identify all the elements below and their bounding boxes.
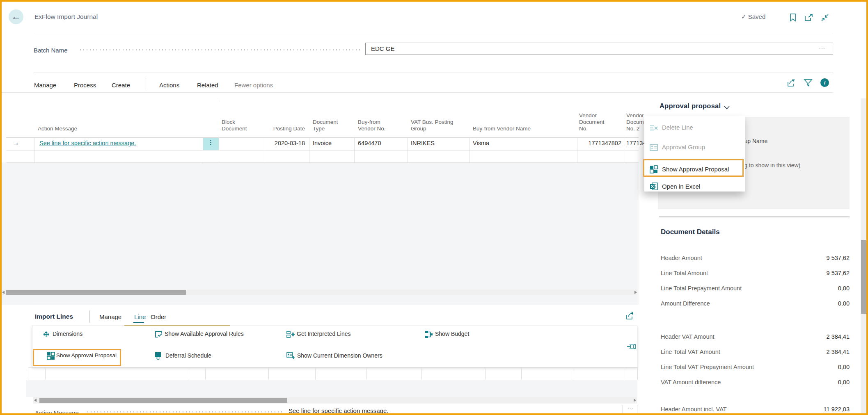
hscrollbar-bottom-thumb[interactable]: [39, 398, 287, 403]
menu-item-show-current-dimension-owners[interactable]: Show Current Dimension Owners: [286, 352, 295, 360]
footer-action-message-value[interactable]: See line for specific action message.: [289, 407, 388, 414]
approval-proposal-menu-header[interactable]: Approval proposal: [660, 102, 721, 110]
batch-name-ellipsis-button[interactable]: ...: [819, 43, 825, 50]
menu-item-show-available-approval-rules[interactable]: Show Available Approval Rules: [155, 331, 163, 338]
col-posting-date[interactable]: Posting Date: [264, 125, 305, 132]
hscrollbar-bottom-right-arrow[interactable]: [634, 399, 636, 402]
back-button[interactable]: ←: [9, 9, 23, 24]
bookmark-button[interactable]: [789, 14, 797, 22]
kebab-menu-icon: ⋮: [203, 139, 219, 146]
batch-name-leader: [79, 49, 361, 50]
import-lines-share-icon: [626, 312, 635, 320]
col-vendor-document-no2[interactable]: Vendor Docum No. 2: [626, 112, 644, 132]
share-button[interactable]: [787, 79, 796, 87]
action-message-link[interactable]: See line for specific action message.: [39, 140, 136, 146]
menu-item-deferral-schedule[interactable]: Deferral Schedule: [155, 352, 163, 360]
col-vendor-document-no[interactable]: Vendor Document No.: [579, 112, 605, 132]
hscrollbar-top-right-arrow[interactable]: [634, 291, 637, 294]
check-icon: ✓: [741, 13, 748, 20]
menu-item-get-interpreted-lines[interactable]: Get Interpreted Lines: [286, 331, 295, 338]
col-block-document[interactable]: Block Document: [222, 119, 247, 132]
tab-manage[interactable]: Manage: [99, 313, 121, 320]
menu-fewer-options[interactable]: Fewer options: [234, 82, 273, 89]
col-document-type[interactable]: Document Type: [313, 119, 338, 132]
batch-name-label: Batch Name: [34, 47, 68, 54]
dd-value-3[interactable]: 0,00: [838, 300, 850, 307]
menu-manage[interactable]: Manage: [34, 82, 56, 89]
footer-leader: [86, 411, 284, 413]
dropdown-item-open-in-excel[interactable]: Open in Excel: [644, 181, 745, 192]
dd-value-8[interactable]: 11 922,03: [824, 406, 850, 413]
dd-value-5[interactable]: 2 384,41: [827, 349, 850, 355]
hscrollbar-bottom-left-arrow[interactable]: [34, 399, 37, 402]
menu-actions[interactable]: Actions: [159, 82, 179, 89]
interpreted-lines-icon: [286, 331, 295, 338]
import-lines-share-button[interactable]: [626, 312, 635, 320]
dd-value-2[interactable]: 0,00: [838, 285, 850, 292]
vscrollbar-thumb[interactable]: [861, 240, 867, 314]
cell-posting-date[interactable]: 2020-03-18: [264, 140, 305, 146]
annotation-box-import-lines: [33, 349, 121, 366]
cell-vendor-document-no[interactable]: 1771347802: [577, 140, 621, 146]
line-tab-highlight: [124, 325, 230, 326]
hscrollbar-top-thumb[interactable]: [6, 290, 186, 295]
dd-value-1[interactable]: 9 537,62: [827, 270, 850, 276]
filter-icon: [804, 79, 813, 87]
menu-item-dimensions[interactable]: Dimensions: [42, 331, 50, 338]
hscrollbar-top[interactable]: [2, 290, 637, 295]
exflow-import-journal-window: ← ExFlow Import Journal ✓ Saved Batch Na…: [0, 0, 868, 415]
document-details-title: Document Details: [661, 228, 720, 236]
menu-item-show-budget[interactable]: Show Budget: [425, 331, 433, 338]
dd-value-0[interactable]: 9 537,62: [827, 255, 850, 261]
tab-order[interactable]: Order: [151, 313, 166, 320]
dropdown-item-approval-group[interactable]: Approval Group: [644, 139, 745, 157]
cell-vat-bus-posting-group[interactable]: INRIKES: [411, 140, 435, 146]
dd-label-0: Header Amount: [661, 255, 702, 261]
cell-vendor-document-no2[interactable]: 17713-: [626, 140, 645, 146]
cell-buy-from-vendor-name[interactable]: Visma: [473, 140, 489, 146]
pin-icon: [627, 343, 636, 350]
dimension-owners-icon: [286, 352, 295, 360]
menu-process[interactable]: Process: [74, 82, 96, 89]
dd-value-7[interactable]: 0,00: [838, 379, 850, 385]
popout-icon: [805, 14, 813, 21]
col-buy-from-vendor-no[interactable]: Buy-from Vendor No.: [358, 119, 386, 132]
import-lines-title: Import Lines: [35, 313, 73, 320]
tab-line[interactable]: Line: [134, 313, 146, 320]
pin-button[interactable]: [627, 343, 636, 350]
dd-label-3: Amount Difference: [661, 300, 710, 307]
popout-button[interactable]: [805, 14, 813, 21]
delete-line-icon: [650, 124, 658, 132]
menu-related[interactable]: Related: [197, 82, 218, 89]
dd-value-4[interactable]: 2 384,41: [827, 333, 850, 340]
vscrollbar[interactable]: [861, 98, 868, 413]
annotation-box-dropdown: [643, 159, 744, 177]
bottom-gray-strip: [26, 380, 637, 397]
dd-value-6[interactable]: 0,00: [838, 364, 850, 370]
page-title: ExFlow Import Journal: [34, 13, 98, 21]
filter-button[interactable]: [804, 79, 813, 87]
excel-icon: [650, 182, 658, 190]
approval-rules-icon: [155, 331, 163, 338]
col-action-message[interactable]: Action Message: [38, 125, 77, 132]
info-button[interactable]: i: [820, 78, 829, 87]
dd-label-6: Line Total VAT Prepayment Amount: [661, 364, 754, 370]
collapse-icon: [821, 14, 829, 22]
footer-ellipsis-button[interactable]: ...: [623, 405, 637, 414]
col-buy-from-vendor-name[interactable]: Buy-from Vendor Name: [473, 125, 531, 132]
menu-create[interactable]: Create: [112, 82, 130, 89]
hscrollbar-bottom[interactable]: [33, 397, 637, 404]
dropdown-item-delete-line[interactable]: Delete Line: [644, 119, 745, 137]
footer-action-message-label: Action Message: [35, 409, 79, 415]
back-arrow-icon: ←: [9, 9, 23, 24]
menubar-divider: [146, 76, 146, 89]
collapse-button[interactable]: [821, 14, 829, 22]
col-vat-bus-posting-group[interactable]: VAT Bus. Posting Group: [411, 119, 453, 132]
cell-buy-from-vendor-no[interactable]: 6494470: [358, 140, 381, 146]
cell-document-type[interactable]: Invoice: [313, 140, 332, 146]
row-menu-cell[interactable]: ⋮: [203, 138, 219, 150]
bookmark-icon: [789, 14, 797, 22]
batch-name-input[interactable]: EDC GE ...: [365, 43, 833, 55]
saved-indicator: ✓ Saved: [741, 13, 765, 21]
hscrollbar-top-left-arrow[interactable]: [2, 291, 5, 294]
